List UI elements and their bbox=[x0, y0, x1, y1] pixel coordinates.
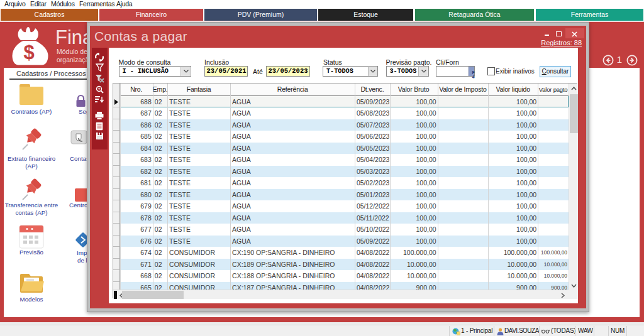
svg-text:4: 4 bbox=[472, 75, 475, 79]
svg-text:$: $ bbox=[23, 41, 34, 63]
